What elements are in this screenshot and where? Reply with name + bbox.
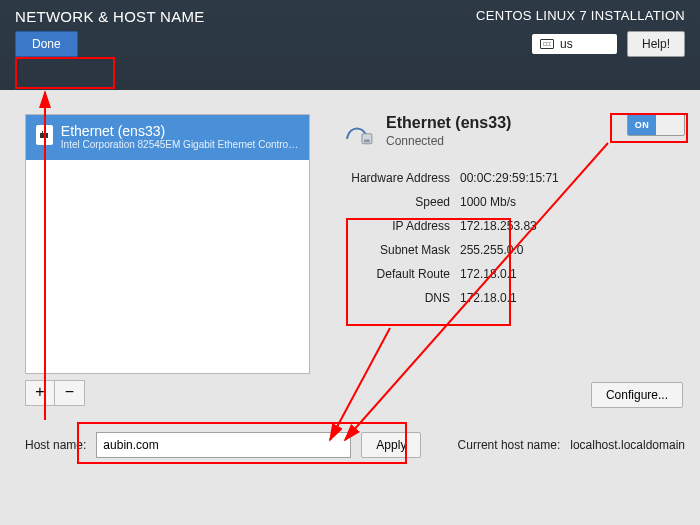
toggle-on-label: ON <box>628 115 656 135</box>
nic-item-name: Ethernet (ens33) <box>61 123 299 139</box>
iface-title: Ethernet (ens33) <box>386 114 511 132</box>
keyboard-layout-label: us <box>560 37 573 51</box>
apply-button[interactable]: Apply <box>361 432 421 458</box>
nic-item-sub: Intel Corporation 82545EM Gigabit Ethern… <box>61 139 299 150</box>
ethernet-icon <box>36 125 53 145</box>
dns-label: DNS <box>330 291 450 305</box>
nic-list-item[interactable]: Ethernet (ens33) Intel Corporation 82545… <box>26 115 309 160</box>
ip-value: 172.18.253.83 <box>460 219 537 233</box>
ethernet-large-icon <box>340 114 374 148</box>
speed-label: Speed <box>330 195 450 209</box>
help-button[interactable]: Help! <box>627 31 685 57</box>
hostname-input[interactable] <box>96 432 351 458</box>
nic-add-button[interactable]: + <box>25 380 55 406</box>
done-button[interactable]: Done <box>15 31 78 57</box>
product-title: CENTOS LINUX 7 INSTALLATION <box>476 8 685 25</box>
configure-button[interactable]: Configure... <box>591 382 683 408</box>
keyboard-layout-indicator[interactable]: us <box>532 34 617 54</box>
iface-status: Connected <box>386 134 511 148</box>
mask-value: 255.255.0.0 <box>460 243 523 257</box>
hwaddr-label: Hardware Address <box>330 171 450 185</box>
nic-remove-button[interactable]: − <box>55 380 85 406</box>
top-bar: NETWORK & HOST NAME CENTOS LINUX 7 INSTA… <box>0 0 700 90</box>
hostname-label: Host name: <box>25 438 86 452</box>
hwaddr-value: 00:0C:29:59:15:71 <box>460 171 559 185</box>
mask-label: Subnet Mask <box>330 243 450 257</box>
speed-value: 1000 Mb/s <box>460 195 516 209</box>
toggle-off-side <box>656 115 684 135</box>
gw-value: 172.18.0.1 <box>460 267 517 281</box>
dns-value: 172.18.0.1 <box>460 291 517 305</box>
keyboard-icon <box>540 39 554 49</box>
page-title: NETWORK & HOST NAME <box>15 8 205 25</box>
gw-label: Default Route <box>330 267 450 281</box>
current-hostname-label: Current host name: <box>458 438 561 452</box>
iface-toggle[interactable]: ON <box>627 114 685 136</box>
ip-label: IP Address <box>330 219 450 233</box>
svg-line-4 <box>330 328 390 440</box>
svg-rect-1 <box>364 140 370 143</box>
current-hostname-value: localhost.localdomain <box>570 438 685 452</box>
nic-detail-panel: Ethernet (ens33) Connected ON Hardware A… <box>340 114 685 310</box>
nic-list[interactable]: Ethernet (ens33) Intel Corporation 82545… <box>25 114 310 374</box>
